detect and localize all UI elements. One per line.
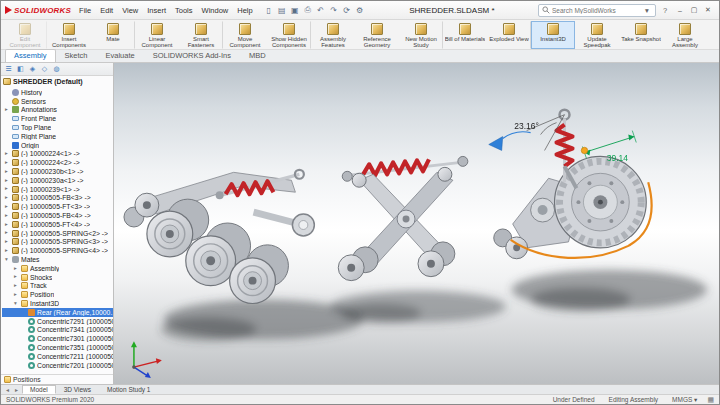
search-input[interactable] [552, 7, 640, 14]
window-control-button[interactable]: ✕ [701, 3, 715, 17]
quick-access-icon[interactable]: ▯ [263, 4, 275, 17]
expand-arrow-icon[interactable]: ▸ [5, 151, 10, 157]
tree-item[interactable]: Concentric7291 (10000505-F... [2, 317, 113, 326]
window-control-button[interactable]: – [673, 3, 687, 17]
tree-item[interactable]: Top Plane [2, 123, 113, 132]
tabs-scroll-right-icon[interactable]: ▸ [13, 386, 20, 393]
expand-arrow-icon[interactable]: ▸ [14, 292, 19, 298]
expand-arrow-icon[interactable]: ▸ [5, 248, 10, 254]
tabs-scroll-left-icon[interactable]: ◂ [4, 386, 11, 393]
expand-arrow-icon[interactable]: ▸ [5, 222, 10, 228]
ribbon-button[interactable]: Instant3D [531, 21, 575, 49]
tree-item[interactable]: Concentric7211 (10000505-F... [2, 352, 113, 361]
tree-item[interactable]: ▸ Track [2, 282, 113, 291]
quick-access-icon[interactable]: ⚙ [354, 4, 366, 17]
tree-item[interactable]: History [2, 88, 113, 97]
tree-item[interactable]: Front Plane [2, 114, 113, 123]
tree-item[interactable]: Concentric7341 (10000505-F... [2, 326, 113, 335]
tree-item[interactable]: Right Plane [2, 132, 113, 141]
length-dimension-text[interactable]: 39.14 [607, 153, 628, 163]
ribbon-button[interactable]: Show Hidden Components [267, 21, 311, 49]
tree-item[interactable]: Concentric7301 (10000505-F... [2, 334, 113, 343]
tree-item[interactable]: Rear (Rear Angle,10000... [2, 308, 113, 317]
expand-arrow-icon[interactable]: ▸ [5, 204, 10, 210]
assembly-root-node[interactable]: SHREDDER (Default) [1, 76, 113, 87]
angle-dimension-text[interactable]: 23.16° [514, 121, 539, 131]
tree-item[interactable]: ▸ (-) 10000505-SPRING<3> -> [2, 238, 113, 247]
ribbon-button[interactable]: Mate [91, 21, 135, 49]
tree-item[interactable]: ▸ (-) 10000505-FB<4> -> [2, 211, 113, 220]
expand-arrow-icon[interactable]: ▾ [14, 301, 19, 307]
help-icon[interactable]: ? [660, 6, 670, 15]
expand-arrow-icon[interactable]: ▸ [14, 274, 19, 280]
expand-arrow-icon[interactable]: ▸ [5, 186, 10, 192]
tree-item[interactable]: Concentric7351 (10000505-F... [2, 343, 113, 352]
tree-item[interactable]: ▸ (-) 10000239<1> -> [2, 185, 113, 194]
menu-item[interactable]: Edit [96, 4, 117, 17]
document-tab[interactable]: 3D Views [56, 385, 99, 394]
tree-item[interactable]: ▸ Position [2, 290, 113, 299]
command-tab[interactable]: MBD [240, 49, 275, 62]
tree-item[interactable]: ▸ (-) 10000505-SPRING<4> -> [2, 246, 113, 255]
ribbon-button[interactable]: New Motion Study [399, 21, 443, 49]
panel-tab-icon[interactable]: ◧ [16, 65, 25, 73]
expand-arrow-icon[interactable]: ▸ [14, 283, 19, 289]
menu-item[interactable]: Tools [171, 4, 197, 17]
quick-access-icon[interactable]: ⎙ [302, 4, 314, 17]
ribbon-button[interactable]: Reference Geometry [355, 21, 399, 49]
panel-tab-icon[interactable]: ◍ [52, 65, 61, 73]
command-tab[interactable]: SOLIDWORKS Add-Ins [144, 49, 240, 62]
menu-item[interactable]: Insert [143, 4, 170, 17]
tree-item[interactable]: ▸ Assembly [2, 264, 113, 273]
expand-arrow-icon[interactable]: ▸ [5, 107, 10, 113]
status-grid-icon[interactable]: ▦ [707, 396, 714, 404]
tree-item[interactable]: ▸ (-) 10000230a<1> -> [2, 176, 113, 185]
ribbon-button[interactable]: Update Speedpak [575, 21, 619, 49]
ribbon-button[interactable]: Large Assembly Settings [663, 21, 707, 49]
panel-tab-icon[interactable]: ◇ [40, 65, 49, 73]
instant3d-handle-icon[interactable] [581, 147, 587, 153]
ribbon-button[interactable]: Bill of Materials [443, 21, 487, 49]
left-suspension-assembly[interactable] [124, 170, 314, 304]
ribbon-button[interactable]: Smart Fasteners [179, 21, 223, 49]
quick-access-icon[interactable]: ▤ [276, 4, 288, 17]
graphics-viewport[interactable]: 23.16° 39.14 [114, 63, 719, 384]
ribbon-button[interactable]: Exploded View [487, 21, 531, 49]
tree-footer-item[interactable]: Positions [1, 374, 113, 384]
tree-item[interactable]: ▾ Mates [2, 255, 113, 264]
panel-tab-icon[interactable]: ☰ [4, 65, 13, 73]
ribbon-button[interactable]: Take Snapshot [619, 21, 663, 49]
menu-item[interactable]: Help [233, 4, 256, 17]
quick-access-icon[interactable]: ▣ [289, 4, 301, 17]
expand-arrow-icon[interactable]: ▸ [5, 160, 10, 166]
command-tab[interactable]: Assembly [5, 49, 56, 62]
tree-item[interactable]: Sensors [2, 97, 113, 106]
tree-item[interactable]: ▸ (-) 10000505-FT<3> -> [2, 202, 113, 211]
expand-arrow-icon[interactable]: ▸ [14, 266, 19, 272]
quick-access-icon[interactable]: ⟳ [341, 4, 353, 17]
expand-arrow-icon[interactable]: ▸ [5, 239, 10, 245]
rotate-handle-arrow-icon[interactable] [489, 137, 503, 151]
expand-arrow-icon[interactable]: ▸ [5, 169, 10, 175]
ribbon-button[interactable]: Edit Component [3, 21, 47, 49]
tree-item[interactable]: ▸ (-) 10000505-FT<4> -> [2, 220, 113, 229]
menu-item[interactable]: File [75, 4, 95, 17]
command-tab[interactable]: Evaluate [96, 49, 143, 62]
ribbon-button[interactable]: Insert Components [47, 21, 91, 49]
tree-item[interactable]: ▸ (-) 10000505-SPRING<2> -> [2, 229, 113, 238]
document-tab[interactable]: Model [22, 385, 56, 394]
document-tab[interactable]: Motion Study 1 [99, 385, 158, 394]
search-chevron-icon[interactable]: ▾ [642, 6, 652, 15]
tree-item[interactable]: ▸ (-) 10000224<1> -> [2, 150, 113, 159]
tree-item[interactable]: ▸ Shocks [2, 273, 113, 282]
search-box[interactable]: ▾ [538, 4, 656, 17]
tree-item[interactable]: ▸ (-) 10000230b<1> -> [2, 167, 113, 176]
window-control-button[interactable]: ▢ [687, 3, 701, 17]
tree-item[interactable]: ▸ (-) 10000224<2> -> [2, 158, 113, 167]
menu-item[interactable]: View [118, 4, 142, 17]
quick-access-icon[interactable]: ↷ [328, 4, 340, 17]
panel-tab-icon[interactable]: ◈ [28, 65, 37, 73]
tree-item[interactable]: ▾ Instant3D [2, 299, 113, 308]
tree-item[interactable]: ▸ (-) 10000505-FB<3> -> [2, 194, 113, 203]
menu-item[interactable]: Window [198, 4, 233, 17]
